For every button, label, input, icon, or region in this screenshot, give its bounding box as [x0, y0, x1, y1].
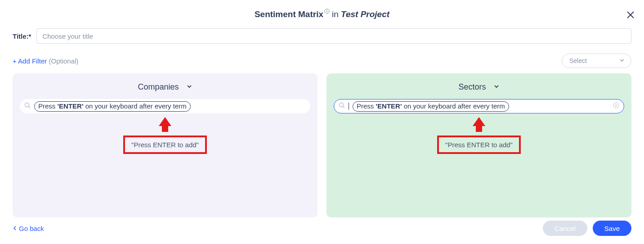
- companies-annotation-text: "Press ENTER to add": [123, 136, 207, 154]
- companies-panel: Companies Press 'ENTER' on your keyboard…: [13, 73, 318, 217]
- clear-icon[interactable]: [613, 102, 619, 110]
- search-icon: [339, 102, 345, 110]
- search-icon: [24, 102, 31, 110]
- companies-header[interactable]: Companies: [20, 82, 310, 92]
- companies-annotation: "Press ENTER to add": [20, 117, 310, 154]
- go-back-label: Go back: [19, 225, 44, 232]
- panels-container: Companies Press 'ENTER' on your keyboard…: [0, 73, 644, 217]
- title-row: Title:*: [0, 24, 644, 47]
- title-input[interactable]: [36, 28, 631, 44]
- sectors-placeholder-pill: Press 'ENTER' on your keyboard after eve…: [353, 101, 509, 112]
- info-icon[interactable]: [324, 8, 330, 13]
- sectors-panel: Sectors Press 'ENTER' on your keyboard a…: [326, 73, 631, 217]
- sectors-header[interactable]: Sectors: [334, 82, 624, 92]
- svg-point-7: [340, 103, 344, 107]
- sectors-annotation: "Press ENTER to add": [334, 117, 624, 154]
- arrow-up-icon: [159, 117, 171, 126]
- cancel-button[interactable]: Cancel: [543, 221, 587, 236]
- page-title: Sentiment Matrix: [255, 9, 323, 19]
- add-filter-link[interactable]: + Add Filter (Optional): [13, 57, 78, 65]
- svg-line-8: [343, 107, 345, 108]
- companies-search-input[interactable]: Press 'ENTER' on your keyboard after eve…: [20, 99, 310, 113]
- save-button[interactable]: Save: [593, 221, 631, 236]
- companies-placeholder-pill: Press 'ENTER' on your keyboard after eve…: [34, 101, 191, 112]
- close-icon[interactable]: [626, 11, 635, 20]
- header-project-name: Test Project: [341, 9, 389, 19]
- svg-line-6: [29, 107, 31, 108]
- page-header: Sentiment Matrix in Test Project: [0, 0, 644, 24]
- footer-buttons: Cancel Save: [543, 221, 631, 236]
- title-label: Title:*: [13, 32, 31, 40]
- svg-point-1: [327, 10, 328, 11]
- add-filter-optional: (Optional): [49, 57, 78, 65]
- select-dropdown[interactable]: Select: [562, 54, 631, 68]
- arrow-stem: [476, 126, 482, 132]
- arrow-stem: [162, 126, 168, 132]
- add-filter-label: + Add Filter: [13, 57, 49, 65]
- header-in-word: in: [332, 9, 341, 19]
- svg-point-5: [25, 103, 29, 107]
- filter-row: + Add Filter (Optional) Select: [0, 47, 644, 73]
- chevron-down-icon: [619, 57, 625, 64]
- text-cursor: [349, 103, 349, 110]
- chevron-down-icon: [186, 82, 192, 92]
- arrow-up-icon: [473, 117, 485, 126]
- go-back-link[interactable]: Go back: [13, 225, 44, 232]
- sectors-heading: Sectors: [458, 82, 486, 92]
- footer: Go back Cancel Save: [0, 221, 644, 236]
- sectors-search-input[interactable]: Press 'ENTER' on your keyboard after eve…: [334, 99, 624, 113]
- select-label: Select: [569, 57, 587, 64]
- companies-heading: Companies: [138, 82, 179, 92]
- chevron-down-icon: [493, 82, 500, 92]
- svg-rect-2: [327, 11, 327, 13]
- sectors-annotation-text: "Press ENTER to add": [437, 136, 521, 154]
- chevron-left-icon: [13, 225, 17, 232]
